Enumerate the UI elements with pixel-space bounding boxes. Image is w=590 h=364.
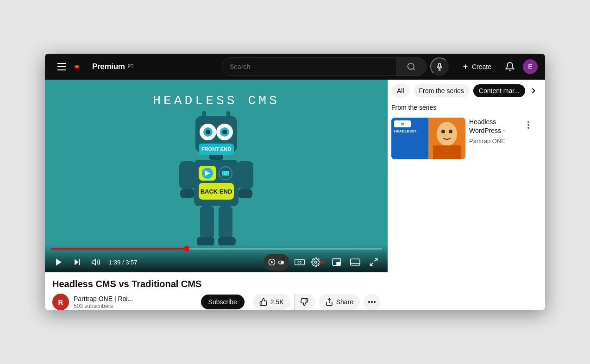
wp-badge: W (394, 120, 411, 128)
channel-name: Parttrap ONE | Roi... (74, 295, 196, 303)
total-time: 3:57 (126, 259, 137, 266)
svg-text:BACK END: BACK END (201, 188, 232, 195)
settings-button[interactable]: HD (310, 254, 326, 270)
sidebar-channel-name: Parttrap ONE (469, 138, 517, 144)
theater-button[interactable] (347, 254, 364, 270)
search-bar (222, 57, 449, 76)
svg-point-54 (368, 301, 370, 303)
chevron-right-icon (529, 86, 538, 95)
play-button[interactable] (50, 254, 67, 270)
svg-marker-41 (271, 261, 274, 263)
svg-point-62 (527, 124, 529, 126)
search-input[interactable] (230, 63, 389, 70)
headless-text: HEADLESS? (394, 129, 429, 134)
share-button[interactable]: Share (319, 294, 360, 310)
mic-button[interactable] (430, 57, 449, 76)
hamburger-button[interactable] (52, 57, 71, 76)
sidebar-video-item[interactable]: W HEADLESS? (388, 114, 540, 163)
sidebar-video-meta: Headless WordPress - Parttrap ONE (469, 118, 517, 159)
sidebar-tabs: All From the series Content mar... (388, 83, 540, 98)
svg-text:FRONT END: FRONT END (201, 146, 231, 152)
svg-rect-24 (238, 189, 252, 198)
svg-rect-60 (433, 145, 461, 159)
thumb-left: W HEADLESS? (391, 118, 432, 159)
video-title-overlay: HEADLESS CMS (153, 94, 280, 108)
subscribe-button[interactable]: Subscribe (201, 295, 245, 309)
miniplayer-button[interactable] (328, 254, 345, 270)
channel-info: Parttrap ONE | Roi... 503 subscribers (74, 295, 196, 309)
like-icon (259, 298, 268, 306)
time-display: 1:39 / 3:57 (109, 259, 137, 266)
more-button[interactable] (364, 294, 380, 310)
robot-graphic: FRONT END (175, 111, 258, 259)
tab-content-marketing[interactable]: Content mar... (473, 84, 525, 97)
yt-icon (75, 61, 90, 72)
svg-rect-23 (180, 189, 195, 198)
youtube-logo[interactable]: Premium PT (75, 61, 133, 72)
sidebar-thumbnail: W HEADLESS? (391, 118, 465, 159)
avatar[interactable]: E (523, 59, 538, 74)
like-button[interactable]: 2.5K (253, 294, 290, 310)
svg-rect-22 (237, 161, 253, 189)
channel-avatar: R (52, 294, 69, 310)
sidebar: All From the series Content mar... From … (388, 80, 545, 310)
svg-rect-48 (337, 262, 340, 265)
sidebar-video-title: Headless WordPress - (469, 118, 517, 136)
progress-track (50, 248, 382, 250)
svg-point-56 (374, 301, 376, 303)
miniplayer-icon (268, 258, 276, 266)
channel-subs: 503 subscribers (74, 303, 196, 309)
volume-button[interactable] (88, 254, 104, 270)
hd-badge: HD (320, 260, 326, 264)
video-scene: HEADLESS CMS (45, 80, 388, 272)
video-info: Headless CMS vs Traditional CMS R Parttr… (45, 272, 388, 310)
plus-icon (462, 63, 469, 70)
toggle-icon (277, 258, 285, 266)
skip-button[interactable] (69, 254, 86, 270)
bell-icon (505, 62, 515, 72)
dislike-button[interactable] (294, 294, 315, 310)
cc-button[interactable]: CC (291, 254, 308, 270)
fullscreen-icon (369, 257, 378, 267)
face-svg (433, 118, 461, 159)
volume-icon (91, 257, 100, 267)
svg-point-2 (408, 63, 414, 69)
search-button[interactable] (397, 57, 427, 76)
dislike-icon (300, 298, 308, 306)
video-player[interactable]: HEADLESS CMS (45, 80, 388, 272)
premium-pt-label: PT (128, 64, 134, 69)
tab-from-series[interactable]: From the series (414, 84, 470, 97)
progress-bar[interactable] (50, 248, 382, 250)
svg-point-55 (371, 301, 373, 303)
create-label: Create (472, 63, 491, 70)
create-button[interactable]: Create (456, 59, 497, 74)
progress-fill (50, 248, 187, 250)
svg-rect-4 (439, 63, 441, 67)
mic-icon (435, 63, 444, 71)
tabs-chevron[interactable] (529, 83, 538, 98)
svg-point-43 (281, 261, 283, 264)
svg-rect-32 (200, 206, 214, 238)
notifications-button[interactable] (501, 57, 519, 76)
video-actions: 2.5K (253, 294, 380, 310)
youtube-premium-play-button[interactable] (264, 254, 289, 270)
svg-marker-36 (56, 259, 62, 266)
svg-point-15 (222, 130, 227, 134)
sidebar-menu-button[interactable] (521, 118, 536, 132)
svg-point-59 (449, 130, 452, 133)
more-icon (368, 301, 376, 303)
svg-point-46 (314, 261, 317, 264)
video-column: HEADLESS CMS (45, 80, 388, 310)
main-content: HEADLESS CMS (45, 80, 545, 310)
settings-icon (311, 257, 320, 267)
theater-icon (350, 258, 360, 266)
svg-point-58 (441, 130, 445, 133)
dots-vertical-icon (525, 121, 532, 129)
svg-line-51 (375, 259, 377, 262)
fullscreen-button[interactable] (365, 254, 382, 270)
browser-window: Premium PT (45, 54, 545, 310)
controls-row: 1:39 / 3:57 (45, 254, 388, 270)
tab-all[interactable]: All (391, 84, 410, 97)
navbar: Premium PT (45, 54, 545, 80)
skip-icon (73, 257, 82, 267)
